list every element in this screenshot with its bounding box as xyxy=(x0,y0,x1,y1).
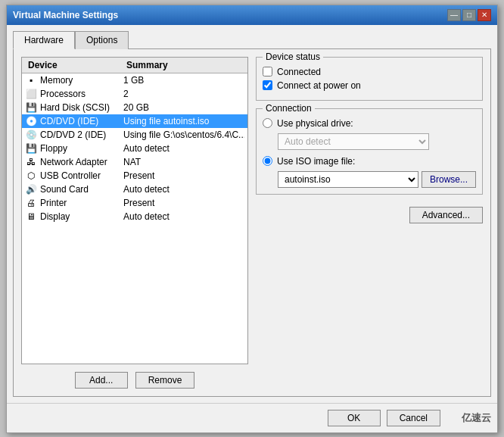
row-summary-harddisk: 20 GB xyxy=(123,102,244,113)
minimize-button[interactable]: — xyxy=(447,9,461,21)
row-device-usb: USB Controller xyxy=(40,170,123,181)
connected-label: Connected xyxy=(277,67,321,77)
table-row-cddvd1[interactable]: 💿 CD/DVD (IDE) Using file autoinst.iso xyxy=(22,114,247,128)
table-body: ▪ Memory 1 GB ⬜ Processors 2 💾 Hard Disk… xyxy=(22,73,247,223)
table-row-printer[interactable]: 🖨 Printer Present xyxy=(22,196,247,210)
auto-detect-row: Auto detect xyxy=(278,133,476,150)
row-device-harddisk: Hard Disk (SCSI) xyxy=(40,102,123,113)
display-icon: 🖥 xyxy=(25,211,37,223)
table-row-usb[interactable]: ⬡ USB Controller Present xyxy=(22,169,247,183)
iso-file-row: autoinst.iso Browse... xyxy=(278,171,476,188)
window-content: Hardware Options Device Summary ▪ Memory… xyxy=(7,25,497,403)
device-table: Device Summary ▪ Memory 1 GB ⬜ Processor… xyxy=(21,57,248,364)
sound-icon: 🔊 xyxy=(25,183,37,195)
col-device-header: Device xyxy=(25,59,123,71)
footer-buttons: OK Cancel 亿速云 xyxy=(7,403,497,432)
physical-drive-label: Use physical drive: xyxy=(277,118,353,129)
browse-button[interactable]: Browse... xyxy=(422,171,476,188)
table-row-display[interactable]: 🖥 Display Auto detect xyxy=(22,210,247,223)
window-title: Virtual Machine Settings xyxy=(13,10,118,20)
add-button[interactable]: Add... xyxy=(75,372,128,389)
row-summary-cddvd1: Using file autoinst.iso xyxy=(123,116,244,126)
row-device-printer: Printer xyxy=(40,198,123,208)
table-row-memory[interactable]: ▪ Memory 1 GB xyxy=(22,73,247,87)
tab-bar: Hardware Options xyxy=(13,31,491,49)
iso-label: Use ISO image file: xyxy=(277,156,355,167)
table-row-harddisk[interactable]: 💾 Hard Disk (SCSI) 20 GB xyxy=(22,101,247,114)
row-summary-cddvd2: Using file G:\os\centos/6.4\C... xyxy=(123,130,244,140)
connection-title: Connection xyxy=(263,103,315,114)
device-status-title: Device status xyxy=(263,52,323,62)
row-summary-sound: Auto detect xyxy=(123,184,244,195)
power-on-label: Connect at power on xyxy=(277,80,361,91)
col-summary-header: Summary xyxy=(123,59,244,71)
cdrom-icon: 💿 xyxy=(25,129,37,141)
table-row-cddvd2[interactable]: 💿 CD/DVD 2 (IDE) Using file G:\os\centos… xyxy=(22,128,247,142)
right-panel: Device status Connected Connect at power… xyxy=(256,57,483,389)
cdrom-icon: 💿 xyxy=(25,115,37,127)
row-device-floppy: Floppy xyxy=(40,143,123,154)
physical-drive-row: Use physical drive: xyxy=(263,118,476,129)
memory-icon: ▪ xyxy=(25,74,37,86)
hdd-icon: 💾 xyxy=(25,101,37,114)
row-device-cddvd1: CD/DVD (IDE) xyxy=(40,116,123,126)
row-device-display: Display xyxy=(40,211,123,222)
row-summary-printer: Present xyxy=(123,198,244,208)
row-summary-processors: 2 xyxy=(123,89,244,99)
title-bar-controls: — □ ✕ xyxy=(447,9,491,21)
connection-content: Use physical drive: Auto detect Use ISO … xyxy=(263,115,476,188)
net-icon: 🖧 xyxy=(25,156,37,168)
cpu-icon: ⬜ xyxy=(25,88,37,100)
floppy-icon: 💾 xyxy=(25,142,37,155)
left-panel: Device Summary ▪ Memory 1 GB ⬜ Processor… xyxy=(21,57,248,389)
power-on-row: Connect at power on xyxy=(263,80,476,91)
row-summary-network: NAT xyxy=(123,157,244,167)
row-summary-floppy: Auto detect xyxy=(123,143,244,154)
row-device-processors: Processors xyxy=(40,89,123,99)
iso-select[interactable]: autoinst.iso xyxy=(278,171,418,188)
maximize-button[interactable]: □ xyxy=(462,9,476,21)
close-button[interactable]: ✕ xyxy=(478,9,491,21)
ok-button[interactable]: OK xyxy=(328,410,381,426)
connection-group: Connection Use physical drive: Auto dete… xyxy=(256,108,483,195)
advanced-btn-row: Advanced... xyxy=(256,207,483,223)
physical-drive-select[interactable]: Auto detect xyxy=(278,133,429,150)
printer-icon: 🖨 xyxy=(25,197,37,209)
device-status-group: Device status Connected Connect at power… xyxy=(256,57,483,101)
iso-radio[interactable] xyxy=(263,156,272,166)
table-row-floppy[interactable]: 💾 Floppy Auto detect xyxy=(22,142,247,155)
power-on-checkbox[interactable] xyxy=(263,80,272,90)
table-row-network[interactable]: 🖧 Network Adapter NAT xyxy=(22,155,247,169)
connected-row: Connected xyxy=(263,67,476,77)
watermark: 亿速云 xyxy=(462,411,491,425)
table-row-processors[interactable]: ⬜ Processors 2 xyxy=(22,87,247,101)
row-device-sound: Sound Card xyxy=(40,184,123,195)
row-summary-usb: Present xyxy=(123,170,244,181)
connected-checkbox[interactable] xyxy=(263,67,272,76)
physical-drive-radio[interactable] xyxy=(263,118,272,128)
main-window: Virtual Machine Settings — □ ✕ Hardware … xyxy=(6,5,498,433)
row-device-network: Network Adapter xyxy=(40,157,123,167)
cancel-button[interactable]: Cancel xyxy=(387,410,440,426)
row-summary-memory: 1 GB xyxy=(123,75,244,86)
row-device-memory: Memory xyxy=(40,75,123,86)
bottom-buttons: Add... Remove xyxy=(21,372,248,389)
usb-icon: ⬡ xyxy=(25,170,37,182)
table-row-sound[interactable]: 🔊 Sound Card Auto detect xyxy=(22,183,247,196)
row-device-cddvd2: CD/DVD 2 (IDE) xyxy=(40,130,123,140)
device-status-content: Connected Connect at power on xyxy=(263,64,476,91)
row-summary-display: Auto detect xyxy=(123,211,244,222)
table-header: Device Summary xyxy=(22,58,247,73)
remove-button[interactable]: Remove xyxy=(135,372,195,389)
title-bar: Virtual Machine Settings — □ ✕ xyxy=(7,5,497,25)
tab-options[interactable]: Options xyxy=(75,31,129,49)
iso-row: Use ISO image file: xyxy=(263,156,476,167)
tab-hardware[interactable]: Hardware xyxy=(13,31,75,49)
advanced-button[interactable]: Advanced... xyxy=(409,207,483,223)
tab-hardware-content: Device Summary ▪ Memory 1 GB ⬜ Processor… xyxy=(13,48,491,397)
